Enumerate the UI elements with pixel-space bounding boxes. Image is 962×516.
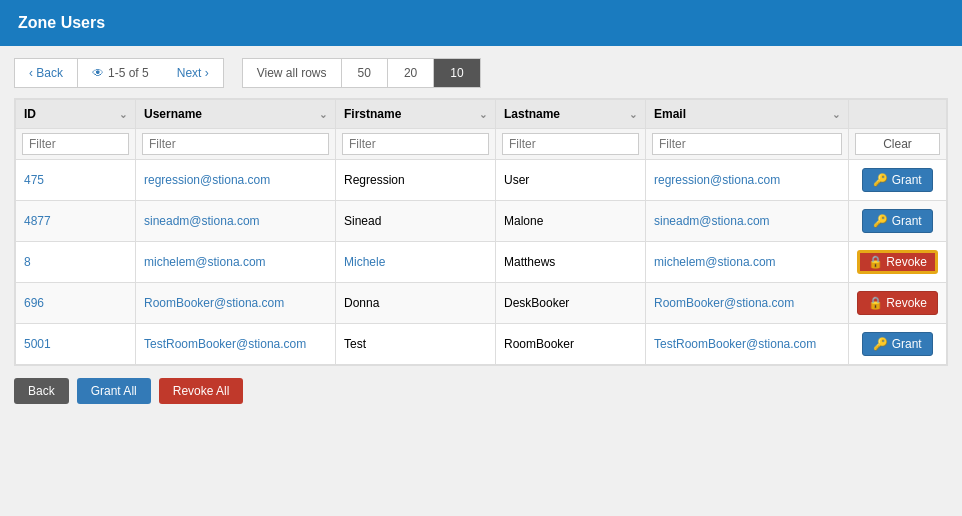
header: Zone Users xyxy=(0,0,962,46)
cell-action: 🔑 Grant xyxy=(848,160,946,201)
col-header-action xyxy=(848,100,946,129)
grant-all-button[interactable]: Grant All xyxy=(77,378,151,404)
eye-icon: 👁 xyxy=(92,66,104,80)
table-row: 696RoomBooker@stiona.comDonnaDeskBookerR… xyxy=(16,283,947,324)
table-row: 5001TestRoomBooker@stiona.comTestRoomBoo… xyxy=(16,324,947,365)
table-header-row: ID ⌄ Username ⌄ Firstname ⌄ xyxy=(16,100,947,129)
grant-button[interactable]: 🔑 Grant xyxy=(862,209,932,233)
revoke-button[interactable]: 🔒 Revoke xyxy=(857,291,938,315)
cell-email: regression@stiona.com xyxy=(646,160,849,201)
cell-firstname: Michele xyxy=(336,242,496,283)
sort-firstname-icon[interactable]: ⌄ xyxy=(479,109,487,120)
page-info: 👁 1-5 of 5 xyxy=(78,58,163,88)
view-all-button[interactable]: View all rows xyxy=(242,58,342,88)
filter-row: Clear xyxy=(16,129,947,160)
cell-id: 696 xyxy=(16,283,136,324)
cell-firstname: Donna xyxy=(336,283,496,324)
bottom-back-button[interactable]: Back xyxy=(14,378,69,404)
cell-username: TestRoomBooker@stiona.com xyxy=(136,324,336,365)
grant-button[interactable]: 🔑 Grant xyxy=(862,168,932,192)
cell-email: TestRoomBooker@stiona.com xyxy=(646,324,849,365)
sort-id-icon[interactable]: ⌄ xyxy=(119,109,127,120)
filter-username-input[interactable] xyxy=(142,133,329,155)
filter-clear-cell: Clear xyxy=(848,129,946,160)
sort-lastname-icon[interactable]: ⌄ xyxy=(629,109,637,120)
col-header-firstname: Firstname ⌄ xyxy=(336,100,496,129)
page-size-10[interactable]: 10 xyxy=(434,58,480,88)
revoke-button[interactable]: 🔒 Revoke xyxy=(857,250,938,274)
filter-id-cell xyxy=(16,129,136,160)
cell-email: RoomBooker@stiona.com xyxy=(646,283,849,324)
cell-firstname: Test xyxy=(336,324,496,365)
col-header-email: Email ⌄ xyxy=(646,100,849,129)
cell-lastname: RoomBooker xyxy=(496,324,646,365)
cell-username: michelem@stiona.com xyxy=(136,242,336,283)
cell-username: sineadm@stiona.com xyxy=(136,201,336,242)
table-row: 4877sineadm@stiona.comSineadMalonesinead… xyxy=(16,201,947,242)
revoke-all-button[interactable]: Revoke All xyxy=(159,378,244,404)
cell-action: 🔒 Revoke xyxy=(848,283,946,324)
next-button[interactable]: Next › xyxy=(163,58,224,88)
table-row: 8michelem@stiona.comMicheleMatthewsmiche… xyxy=(16,242,947,283)
cell-id: 8 xyxy=(16,242,136,283)
grant-button[interactable]: 🔑 Grant xyxy=(862,332,932,356)
filter-username-cell xyxy=(136,129,336,160)
cell-email: sineadm@stiona.com xyxy=(646,201,849,242)
sort-username-icon[interactable]: ⌄ xyxy=(319,109,327,120)
page-size-50[interactable]: 50 xyxy=(342,58,388,88)
cell-firstname: Sinead xyxy=(336,201,496,242)
table-row: 475regression@stiona.comRegressionUserre… xyxy=(16,160,947,201)
filter-firstname-cell xyxy=(336,129,496,160)
cell-username: regression@stiona.com xyxy=(136,160,336,201)
page-size-20[interactable]: 20 xyxy=(388,58,434,88)
filter-lastname-cell xyxy=(496,129,646,160)
cell-action: 🔑 Grant xyxy=(848,201,946,242)
col-header-lastname: Lastname ⌄ xyxy=(496,100,646,129)
col-header-id: ID ⌄ xyxy=(16,100,136,129)
filter-firstname-input[interactable] xyxy=(342,133,489,155)
filter-email-cell xyxy=(646,129,849,160)
data-table: ID ⌄ Username ⌄ Firstname ⌄ xyxy=(14,98,948,366)
clear-filters-button[interactable]: Clear xyxy=(855,133,940,155)
cell-id: 4877 xyxy=(16,201,136,242)
sort-email-icon[interactable]: ⌄ xyxy=(832,109,840,120)
filter-id-input[interactable] xyxy=(22,133,129,155)
filter-lastname-input[interactable] xyxy=(502,133,639,155)
cell-firstname: Regression xyxy=(336,160,496,201)
back-button[interactable]: ‹ Back xyxy=(14,58,78,88)
filter-email-input[interactable] xyxy=(652,133,842,155)
cell-id: 5001 xyxy=(16,324,136,365)
cell-email: michelem@stiona.com xyxy=(646,242,849,283)
col-header-username: Username ⌄ xyxy=(136,100,336,129)
cell-username: RoomBooker@stiona.com xyxy=(136,283,336,324)
cell-lastname: Matthews xyxy=(496,242,646,283)
toolbar: ‹ Back 👁 1-5 of 5 Next › View all rows 5… xyxy=(14,58,948,88)
cell-lastname: DeskBooker xyxy=(496,283,646,324)
cell-lastname: User xyxy=(496,160,646,201)
page-title: Zone Users xyxy=(18,14,105,31)
bottom-bar: Back Grant All Revoke All xyxy=(14,378,948,414)
cell-action: 🔒 Revoke xyxy=(848,242,946,283)
cell-id: 475 xyxy=(16,160,136,201)
cell-action: 🔑 Grant xyxy=(848,324,946,365)
cell-lastname: Malone xyxy=(496,201,646,242)
